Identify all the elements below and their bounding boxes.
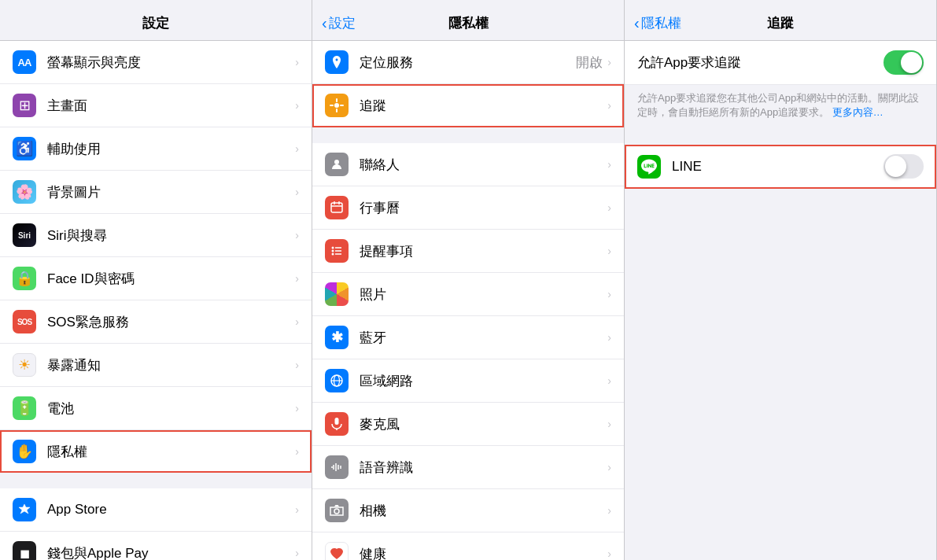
list-item-battery[interactable]: 🔋 電池 › xyxy=(0,387,312,430)
reminders-label: 提醒事項 xyxy=(360,242,607,260)
wallpaper-label: 背景圖片 xyxy=(47,183,295,201)
display-icon: AA xyxy=(13,50,36,74)
photos-icon xyxy=(325,282,349,306)
home-chevron: › xyxy=(295,99,299,112)
list-item-accessibility[interactable]: ♿ 輔助使用 › xyxy=(0,127,312,171)
list-item-privacy[interactable]: ✋ 隱私權 › xyxy=(0,430,312,473)
list-item-health[interactable]: 健康 › xyxy=(312,532,624,560)
panel-settings: 設定 AA 螢幕顯示與亮度 › ⊞ 主畫面 › ♿ 輔助使用 › xyxy=(0,0,312,560)
panel3-header: ‹ 隱私權 追蹤 xyxy=(625,0,936,41)
health-icon xyxy=(325,542,349,560)
location-value: 開啟 xyxy=(576,53,603,72)
list-item-wallpaper[interactable]: 🌸 背景圖片 › xyxy=(0,171,312,214)
panel1-top-section: AA 螢幕顯示與亮度 › ⊞ 主畫面 › ♿ 輔助使用 › 🌸 背景圖片 › xyxy=(0,41,312,473)
allow-tracking-toggle[interactable] xyxy=(884,50,924,75)
faceid-icon: 🔒 xyxy=(13,267,36,290)
panel3-back-button[interactable]: ‹ 隱私權 xyxy=(634,14,681,32)
list-item-wallet[interactable]: ◼ 錢包與Apple Pay › xyxy=(0,532,312,560)
battery-chevron: › xyxy=(295,402,299,414)
camera-icon xyxy=(325,499,349,522)
list-item-contacts[interactable]: 聯絡人 › xyxy=(312,143,624,186)
panel1-header: 設定 xyxy=(0,0,312,41)
panel2-header: ‹ 設定 隱私權 xyxy=(312,0,624,41)
svg-point-10 xyxy=(332,253,334,256)
list-item-speechrecog[interactable]: 語音辨識 › xyxy=(312,446,624,489)
list-item-appstore[interactable]: App Store › xyxy=(0,488,312,532)
contacts-label: 聯絡人 xyxy=(360,156,607,174)
camera-chevron: › xyxy=(607,504,611,517)
allow-tracking-row: 允許App要求追蹤 xyxy=(625,41,936,85)
health-chevron: › xyxy=(607,547,611,560)
bluetooth-chevron: › xyxy=(607,331,611,344)
exposure-chevron: › xyxy=(295,359,299,371)
tracking-icon xyxy=(325,94,349,117)
list-item-bluetooth[interactable]: ✱ 藍牙 › xyxy=(312,316,624,359)
list-item-tracking[interactable]: 追蹤 › xyxy=(312,84,624,127)
faceid-label: Face ID與密碼 xyxy=(47,270,295,288)
list-item-camera[interactable]: 相機 › xyxy=(312,489,624,532)
panel2-back-button[interactable]: ‹ 設定 xyxy=(322,14,356,32)
list-item-microphone[interactable]: 麥克風 › xyxy=(312,403,624,446)
siri-label: Siri與搜尋 xyxy=(47,227,295,245)
svg-rect-2 xyxy=(331,203,342,212)
appstore-chevron: › xyxy=(295,503,299,516)
list-item-siri[interactable]: Siri Siri與搜尋 › xyxy=(0,214,312,257)
list-item-reminders[interactable]: 提醒事項 › xyxy=(312,230,624,273)
section-gap-2 xyxy=(312,127,624,143)
display-chevron: › xyxy=(295,56,299,68)
allow-tracking-label: 允許App要求追蹤 xyxy=(637,53,884,72)
bluetooth-label: 藍牙 xyxy=(360,329,607,347)
list-item-display[interactable]: AA 螢幕顯示與亮度 › xyxy=(0,41,312,84)
list-item-calendar[interactable]: 行事曆 › xyxy=(312,186,624,230)
list-item-photos[interactable]: 照片 › xyxy=(312,273,624,316)
panel2-list: 定位服務 開啟 › 追蹤 › 聯絡人 xyxy=(312,41,624,560)
photos-chevron: › xyxy=(607,288,611,300)
exposure-label: 暴露通知 xyxy=(47,356,295,374)
wallet-chevron: › xyxy=(295,547,299,559)
privacy-label: 隱私權 xyxy=(47,443,295,461)
panel3-content: 允許App要求追蹤 允許App要求追蹤您在其他公司App和網站中的活動。關閉此設… xyxy=(625,41,936,560)
faceid-chevron: › xyxy=(295,272,299,285)
more-link[interactable]: 更多內容… xyxy=(832,106,884,118)
line-toggle[interactable] xyxy=(884,154,924,179)
list-item-localnetwork[interactable]: 區域網路 › xyxy=(312,359,624,403)
svg-point-6 xyxy=(332,247,334,249)
home-icon: ⊞ xyxy=(13,94,36,117)
location-icon xyxy=(325,50,349,74)
list-item-home[interactable]: ⊞ 主畫面 › xyxy=(0,84,312,127)
panel3-back-chevron: ‹ xyxy=(634,14,640,32)
wallpaper-icon: 🌸 xyxy=(13,180,36,204)
description-text: 允許App要求追蹤您在其他公司App和網站中的活動。關閉此設定時，會自動拒絕所有… xyxy=(637,91,924,120)
accessibility-label: 輔助使用 xyxy=(47,140,295,158)
list-item-faceid[interactable]: 🔒 Face ID與密碼 › xyxy=(0,257,312,300)
calendar-icon xyxy=(325,196,349,219)
panel3-title: 追蹤 xyxy=(767,14,794,32)
privacy-chevron: › xyxy=(295,445,299,458)
wallpaper-chevron: › xyxy=(295,186,299,198)
contacts-chevron: › xyxy=(607,158,611,171)
reminders-icon xyxy=(325,239,349,263)
contacts-icon xyxy=(325,153,349,176)
svg-point-8 xyxy=(332,250,334,252)
display-label: 螢幕顯示與亮度 xyxy=(47,53,295,72)
localnetwork-chevron: › xyxy=(607,374,611,387)
tracking-chevron: › xyxy=(607,99,611,112)
sos-chevron: › xyxy=(295,315,299,328)
list-item-sos[interactable]: SOS SOS緊急服務 › xyxy=(0,300,312,344)
panel1-bottom-section: App Store › ◼ 錢包與Apple Pay › xyxy=(0,488,312,560)
svg-rect-15 xyxy=(335,418,339,425)
privacy-icon: ✋ xyxy=(13,440,36,463)
location-chevron: › xyxy=(607,56,611,68)
siri-chevron: › xyxy=(295,229,299,241)
list-item-location[interactable]: 定位服務 開啟 › xyxy=(312,41,624,84)
panel3-back-label: 隱私權 xyxy=(641,14,681,32)
localnetwork-icon xyxy=(325,369,349,392)
panel-privacy: ‹ 設定 隱私權 定位服務 開啟 › 追蹤 › xyxy=(312,0,625,560)
microphone-label: 麥克風 xyxy=(360,415,607,433)
line-icon xyxy=(637,155,661,179)
svg-point-0 xyxy=(334,103,339,108)
list-item-exposure[interactable]: ☀ 暴露通知 › xyxy=(0,344,312,387)
panel1-list: AA 螢幕顯示與亮度 › ⊞ 主畫面 › ♿ 輔助使用 › 🌸 背景圖片 › xyxy=(0,41,312,560)
accessibility-chevron: › xyxy=(295,142,299,155)
apps-section: LINE xyxy=(625,145,936,189)
